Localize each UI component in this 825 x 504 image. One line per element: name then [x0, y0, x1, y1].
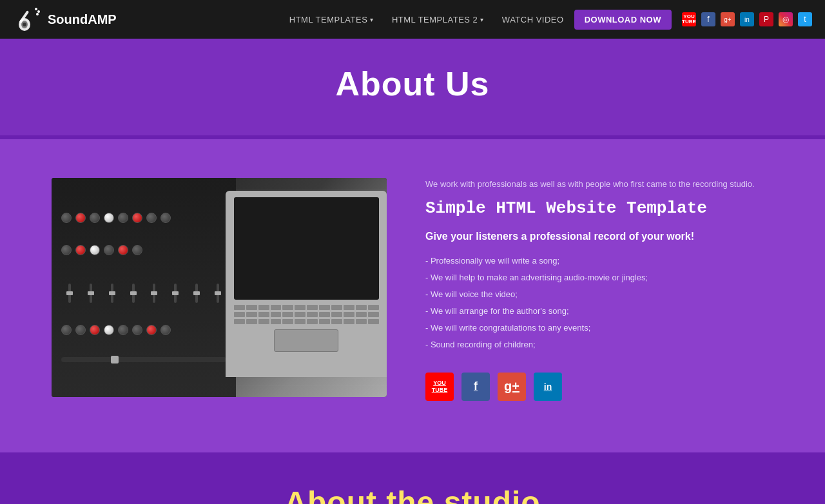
youtube-nav-icon[interactable]: YOUTUBE [682, 12, 696, 26]
content-heading: Simple HTML Website Template [425, 199, 773, 218]
googleplus-nav-icon[interactable]: g+ [721, 12, 735, 26]
footer-title: About the studio [13, 485, 812, 505]
dropdown-arrow-icon-2: ▾ [480, 16, 484, 23]
nav-social-icons: YOUTUBE f g+ in P ◎ t [682, 12, 812, 26]
nav-item-html-templates-2[interactable]: HTML TEMPLATES 2 ▾ [384, 10, 492, 30]
nav-item-download[interactable]: DOWNLOAD NOW [574, 10, 672, 30]
list-item: - We will write congratulations to any e… [425, 320, 773, 336]
studio-image [52, 178, 387, 397]
hero-title: About Us [13, 64, 812, 103]
content-list: - Professionally we will write a song; -… [425, 253, 773, 353]
nav-item-watch-video[interactable]: WATCH VIDEO [494, 10, 572, 30]
content-text: We work with professionals as well as wi… [425, 178, 773, 401]
navbar: SoundAMP HTML TEMPLATES ▾ HTML TEMPLATES… [0, 0, 825, 39]
svg-point-4 [35, 8, 37, 10]
list-item: - Sound recording of children; [425, 336, 773, 353]
facebook-nav-icon[interactable]: f [701, 12, 715, 26]
mixer-panel [52, 178, 236, 397]
content-section: We work with professionals as well as wi… [0, 139, 825, 452]
brand-logo[interactable]: SoundAMP [13, 5, 117, 34]
nav-links: HTML TEMPLATES ▾ HTML TEMPLATES 2 ▾ WATC… [282, 10, 672, 30]
nav-item-html-templates[interactable]: HTML TEMPLATES ▾ [282, 10, 382, 30]
studio-background [52, 178, 387, 397]
laptop-panel [226, 191, 387, 377]
list-item: - Professionally we will write a song; [425, 253, 773, 269]
svg-point-7 [23, 23, 26, 26]
googleplus-content-icon[interactable]: g+ [498, 373, 526, 401]
linkedin-content-icon[interactable]: in [534, 373, 562, 401]
list-item: - We will voice the video; [425, 286, 773, 303]
pinterest-nav-icon[interactable]: P [759, 12, 773, 26]
content-social-icons: YOUTUBE f g+ in [425, 373, 773, 401]
svg-point-5 [37, 10, 40, 13]
youtube-content-icon[interactable]: YOUTUBE [425, 373, 454, 401]
linkedin-nav-icon[interactable]: in [740, 12, 754, 26]
dropdown-arrow-icon: ▾ [370, 16, 374, 23]
content-subheading: Give your listeners a professional recor… [425, 231, 773, 242]
svg-point-6 [36, 13, 39, 15]
content-subtitle: We work with professionals as well as wi… [425, 178, 773, 191]
facebook-content-icon[interactable]: f [461, 373, 490, 401]
footer-section: About the studio [0, 452, 825, 505]
list-item: - We will arrange for the author's song; [425, 303, 773, 320]
twitter-nav-icon[interactable]: t [798, 12, 812, 26]
brand-name: SoundAMP [48, 12, 117, 27]
list-item: - We will help to make an advertising au… [425, 269, 773, 286]
instagram-nav-icon[interactable]: ◎ [779, 12, 793, 26]
hero-section: About Us [0, 39, 825, 135]
guitar-icon [13, 5, 41, 34]
